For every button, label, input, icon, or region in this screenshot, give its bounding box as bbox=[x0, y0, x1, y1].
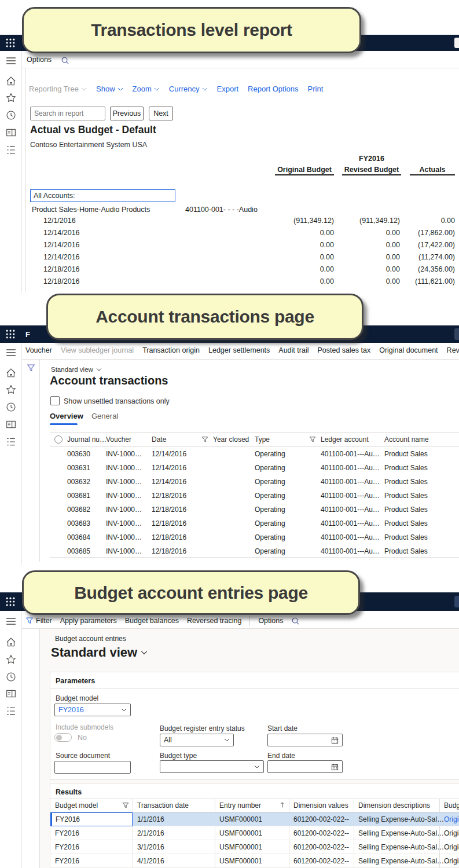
header-account-name[interactable]: Account name bbox=[384, 435, 429, 444]
apply-parameters-button[interactable]: Apply parameters bbox=[60, 617, 117, 625]
table-row[interactable]: FY2016 3/1/2016 USMF000001 601200-002-02… bbox=[50, 840, 459, 854]
next-button[interactable]: Next bbox=[149, 107, 173, 120]
table-row[interactable]: 003684 INV-1000… 12/18/2016 Operating 40… bbox=[50, 530, 459, 544]
header-year-closed[interactable]: Year closed bbox=[213, 435, 249, 444]
results-section-label[interactable]: Results bbox=[56, 788, 82, 796]
column-header-revised-budget[interactable]: Revised Budget bbox=[342, 166, 401, 175]
parameters-section-label[interactable]: Parameters bbox=[56, 677, 95, 685]
search-icon[interactable] bbox=[61, 56, 69, 65]
header-date[interactable]: Date bbox=[152, 435, 166, 444]
currency-menu[interactable]: Currency bbox=[169, 85, 208, 93]
show-unsettled-checkbox[interactable] bbox=[50, 396, 60, 405]
table-row-selected[interactable]: FY2016 1/1/2016 USMF000001 601200-002-02… bbox=[50, 812, 459, 826]
app-launcher-waffle-icon[interactable] bbox=[5, 38, 16, 48]
search-in-report-input[interactable] bbox=[30, 107, 105, 120]
tab-general[interactable]: General bbox=[91, 412, 118, 420]
favorites-star-icon[interactable] bbox=[6, 93, 16, 103]
home-icon[interactable] bbox=[6, 76, 16, 86]
header-budget-type[interactable]: Budget type bbox=[444, 801, 459, 810]
audit-trail-button[interactable]: Audit trail bbox=[278, 346, 309, 354]
recent-clock-icon[interactable] bbox=[6, 672, 16, 682]
entry-status-select[interactable]: All bbox=[160, 734, 234, 746]
app-launcher-waffle-icon[interactable] bbox=[5, 329, 16, 339]
select-all-radio[interactable] bbox=[54, 435, 63, 444]
view-selector[interactable]: Standard view bbox=[51, 366, 102, 373]
export-button[interactable]: Export bbox=[217, 85, 239, 93]
hamburger-menu-icon[interactable] bbox=[6, 347, 16, 358]
account-summary-row[interactable]: Product Sales-Home-Audio Products 401100… bbox=[25, 206, 459, 218]
workspaces-icon[interactable] bbox=[6, 127, 16, 138]
header-entry-number[interactable]: Entry number bbox=[219, 801, 261, 810]
end-date-input[interactable] bbox=[267, 760, 343, 773]
reversed-tracing-button[interactable]: Reversed tracing bbox=[187, 617, 242, 625]
start-date-input[interactable] bbox=[267, 734, 343, 746]
workspaces-icon[interactable] bbox=[6, 419, 16, 430]
home-icon[interactable] bbox=[6, 368, 16, 378]
table-row[interactable]: 12/14/2016 0.00 0.00 (17,862.00) bbox=[25, 229, 459, 241]
recent-clock-icon[interactable] bbox=[6, 402, 16, 412]
header-type[interactable]: Type bbox=[255, 435, 270, 444]
modules-list-icon[interactable] bbox=[6, 145, 16, 155]
selected-cell[interactable]: FY2016 bbox=[50, 812, 133, 826]
budget-balances-button[interactable]: Budget balances bbox=[125, 617, 179, 625]
filter-pane-funnel-icon[interactable] bbox=[27, 364, 35, 372]
app-launcher-waffle-icon[interactable] bbox=[5, 596, 16, 607]
table-row[interactable]: 003630 INV-1000… 12/14/2016 Operating 40… bbox=[50, 447, 459, 461]
table-row[interactable]: FY2016 2/1/2016 USMF000001 601200-002-02… bbox=[50, 826, 459, 840]
workspaces-icon[interactable] bbox=[6, 688, 16, 699]
header-search-box-edge[interactable] bbox=[454, 328, 459, 340]
show-menu[interactable]: Show bbox=[96, 85, 123, 93]
table-row[interactable]: 003632 INV-1000… 12/14/2016 Operating 40… bbox=[50, 475, 459, 489]
table-row[interactable]: 003683 INV-1000… 12/18/2016 Operating 40… bbox=[50, 517, 459, 530]
favorites-star-icon[interactable] bbox=[6, 384, 16, 395]
hamburger-menu-icon[interactable] bbox=[6, 616, 16, 627]
table-row[interactable]: 12/1/2016 (911,349.12) (911,349.12) 0.00 bbox=[25, 217, 459, 229]
table-row[interactable]: 003631 INV-1000… 12/14/2016 Operating 40… bbox=[50, 461, 459, 475]
filter-button[interactable]: Filter bbox=[25, 617, 52, 625]
options-menu[interactable]: Options bbox=[27, 56, 52, 64]
column-header-original-budget[interactable]: Original Budget bbox=[275, 166, 334, 175]
filter-funnel-icon[interactable] bbox=[122, 802, 129, 809]
options-menu[interactable]: Options bbox=[258, 617, 283, 625]
column-header-actuals[interactable]: Actuals bbox=[410, 166, 455, 175]
sort-ascending-icon[interactable] bbox=[280, 801, 285, 808]
transaction-origin-button[interactable]: Transaction origin bbox=[142, 346, 200, 354]
table-row[interactable]: FY2016 4/1/2016 USMF000001 601200-002-02… bbox=[50, 854, 459, 868]
posted-sales-tax-button[interactable]: Posted sales tax bbox=[317, 346, 370, 354]
favorites-star-icon[interactable] bbox=[6, 654, 16, 665]
budget-model-select[interactable]: FY2016 bbox=[54, 704, 131, 716]
header-journal[interactable]: Journal nu… bbox=[67, 435, 107, 444]
budget-type-select[interactable] bbox=[160, 760, 264, 773]
modules-list-icon[interactable] bbox=[6, 437, 16, 447]
header-voucher[interactable]: Voucher bbox=[106, 435, 131, 444]
table-row[interactable]: 003685 INV-1000… 12/18/2016 Operating 40… bbox=[50, 544, 459, 558]
header-ledger-account[interactable]: Ledger account bbox=[321, 435, 369, 444]
calendar-icon[interactable] bbox=[331, 763, 339, 771]
header-dimension-values[interactable]: Dimension values bbox=[293, 801, 348, 810]
tab-overview[interactable]: Overview bbox=[50, 412, 83, 420]
filter-funnel-icon[interactable] bbox=[201, 436, 208, 443]
print-button[interactable]: Print bbox=[308, 85, 324, 93]
modules-list-icon[interactable] bbox=[6, 706, 16, 716]
reverse-button[interactable]: Reverse bbox=[447, 346, 459, 354]
header-transaction-date[interactable]: Transaction date bbox=[137, 801, 189, 810]
header-search-box-edge[interactable] bbox=[454, 38, 459, 48]
recent-clock-icon[interactable] bbox=[6, 110, 16, 120]
ledger-settlements-button[interactable]: Ledger settlements bbox=[208, 346, 270, 354]
reporting-tree-menu[interactable]: Reporting Tree bbox=[29, 85, 87, 93]
calendar-icon[interactable] bbox=[331, 737, 339, 744]
zoom-menu[interactable]: Zoom bbox=[133, 85, 160, 93]
table-row[interactable]: 12/18/2016 0.00 0.00 (111,621.00) bbox=[25, 277, 459, 290]
hamburger-menu-icon[interactable] bbox=[6, 56, 16, 66]
view-selector[interactable]: Standard view bbox=[51, 645, 148, 660]
voucher-button[interactable]: Voucher bbox=[25, 346, 52, 354]
table-row[interactable]: 12/14/2016 0.00 0.00 (11,274.00) bbox=[25, 253, 459, 265]
report-options-button[interactable]: Report Options bbox=[248, 85, 298, 93]
table-row[interactable]: 12/18/2016 0.00 0.00 (24,356.00) bbox=[25, 265, 459, 277]
header-dimension-descriptions[interactable]: Dimension descriptions bbox=[358, 801, 430, 810]
filter-funnel-icon[interactable] bbox=[309, 436, 316, 443]
search-icon[interactable] bbox=[291, 617, 300, 625]
table-row[interactable]: 12/14/2016 0.00 0.00 (17,422.00) bbox=[25, 241, 459, 253]
home-icon[interactable] bbox=[6, 637, 16, 647]
table-row[interactable]: 003682 INV-1000… 12/18/2016 Operating 40… bbox=[50, 503, 459, 517]
